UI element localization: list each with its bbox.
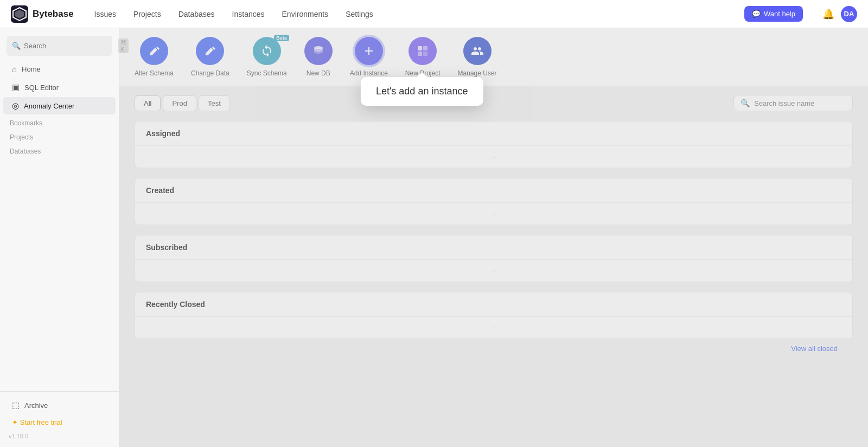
change-data-icon-circle [196, 37, 224, 65]
nav-issues[interactable]: Issues [93, 8, 117, 21]
start-free-trial[interactable]: ✦ Start free trial [3, 414, 116, 430]
assigned-section: Assigned - [135, 121, 853, 168]
avatar[interactable]: DA [841, 6, 857, 22]
want-help-button[interactable]: 💬 Want help [744, 6, 803, 22]
recently-closed-header: Recently Closed [135, 292, 852, 317]
nav-settings[interactable]: Settings [344, 8, 374, 21]
assigned-body: - [135, 146, 852, 168]
alter-schema-icon-circle [140, 37, 168, 65]
search-shortcut: ⌘ K [118, 39, 129, 53]
search-issue-input[interactable] [754, 99, 846, 107]
sync-schema-tool[interactable]: Beta Sync Schema [247, 37, 287, 77]
logo-text: Bytebase [33, 9, 74, 20]
created-section: Created - [135, 178, 853, 225]
issue-search-box[interactable]: 🔍 [733, 95, 853, 111]
new-db-icon-circle [304, 37, 333, 65]
nav-environments[interactable]: Environments [281, 8, 330, 21]
bookmarks-label: Bookmarks [0, 117, 119, 129]
change-data-tool[interactable]: Change Data [191, 37, 229, 77]
assigned-header: Assigned [135, 122, 852, 146]
main-content: Alter Schema Change Data Beta Sync Schem… [119, 28, 868, 447]
alter-schema-icon [148, 44, 161, 58]
new-db-label: New DB [307, 69, 330, 77]
notification-icon[interactable]: 🔔 [822, 8, 834, 20]
beta-badge: Beta [274, 35, 289, 41]
sql-editor-icon: ▣ [12, 82, 20, 92]
manage-user-icon [471, 44, 484, 58]
sidebar-item-home[interactable]: ⌂ Home [3, 61, 116, 78]
topnav-icons: 🔔 DA [822, 6, 857, 22]
projects-label: Projects [0, 131, 119, 143]
add-instance-icon [362, 44, 375, 58]
created-body: - [135, 203, 852, 225]
alter-schema-tool[interactable]: Alter Schema [135, 37, 174, 77]
recently-closed-body: - [135, 317, 852, 339]
add-instance-tool[interactable]: Add Instance [350, 37, 388, 77]
change-data-icon [203, 44, 216, 58]
search-input[interactable] [24, 42, 115, 50]
home-icon: ⌂ [12, 65, 17, 74]
add-instance-label: Add Instance [350, 69, 388, 77]
manage-user-icon-circle [463, 37, 492, 65]
chat-icon: 💬 [752, 10, 761, 18]
view-all-closed-link[interactable]: View all closed [135, 339, 853, 358]
subscribed-header: Subscribed [135, 235, 852, 260]
new-project-icon-circle [409, 37, 437, 65]
new-db-tool[interactable]: New DB [304, 37, 333, 77]
nav-instances[interactable]: Instances [231, 8, 266, 21]
search-box[interactable]: 🔍 ⌘ K [7, 36, 112, 56]
change-data-label: Change Data [191, 69, 229, 77]
manage-user-tool[interactable]: Manage User [458, 37, 497, 77]
subscribed-section: Subscribed - [135, 235, 853, 282]
search-issue-icon: 🔍 [741, 99, 750, 107]
new-project-label: New Project [405, 69, 441, 77]
content-area: All Prod Test 🔍 Assigned - Created - Sub… [119, 86, 868, 367]
new-project-tool[interactable]: New Project [405, 37, 441, 77]
anomaly-center-icon: ◎ [12, 101, 19, 111]
sidebar-item-sql-editor[interactable]: ▣ SQL Editor [3, 79, 116, 96]
sync-schema-label: Sync Schema [247, 69, 287, 77]
new-project-icon [416, 44, 429, 58]
subscribed-body: - [135, 260, 852, 282]
tab-all[interactable]: All [135, 95, 161, 111]
svg-rect-5 [423, 46, 427, 50]
add-instance-icon-circle [355, 37, 383, 65]
sidebar-item-archive[interactable]: ⬚ Archive [3, 397, 116, 414]
archive-icon: ⬚ [12, 400, 20, 410]
tabs-left: All Prod Test [135, 95, 230, 111]
sidebar: 🔍 ⌘ K ⌂ Home ▣ SQL Editor ◎ Anomaly Cent… [0, 28, 119, 447]
tab-test[interactable]: Test [199, 95, 230, 111]
sync-schema-icon [260, 44, 273, 58]
created-header: Created [135, 178, 852, 203]
tabs-row: All Prod Test 🔍 [135, 95, 853, 111]
svg-rect-7 [423, 52, 427, 56]
svg-rect-4 [418, 46, 422, 50]
logo[interactable]: Bytebase [11, 5, 74, 23]
nav-projects[interactable]: Projects [132, 8, 162, 21]
sidebar-item-anomaly-center[interactable]: ◎ Anomaly Center [3, 97, 116, 114]
top-navigation: Bytebase Issues Projects Databases Insta… [0, 0, 868, 28]
manage-user-label: Manage User [458, 69, 497, 77]
recently-closed-section: Recently Closed - [135, 292, 853, 339]
new-db-icon [312, 44, 325, 58]
alter-schema-label: Alter Schema [135, 69, 174, 77]
logo-icon [11, 5, 28, 23]
databases-label: Databases [0, 145, 119, 157]
version-text: v1.10.0 [0, 431, 119, 442]
tab-prod[interactable]: Prod [163, 95, 196, 111]
svg-rect-6 [418, 52, 422, 56]
toolbar: Alter Schema Change Data Beta Sync Schem… [119, 28, 868, 86]
search-icon: 🔍 [12, 42, 21, 50]
nav-databases[interactable]: Databases [177, 8, 216, 21]
